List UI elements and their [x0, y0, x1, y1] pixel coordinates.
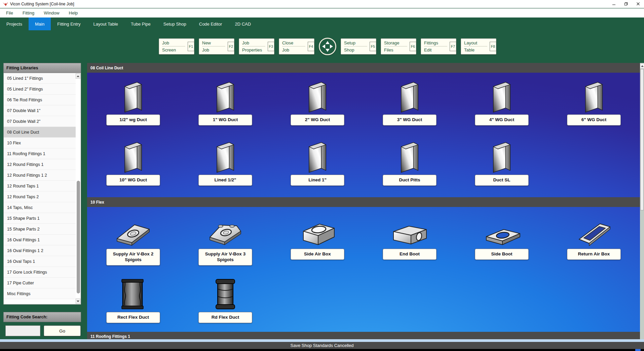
- fitting-label[interactable]: Side Air Box: [291, 249, 344, 260]
- fitting-end-boot[interactable]: End Boot: [364, 211, 456, 266]
- fitting-1-wg-duct[interactable]: 1" WG Duct: [179, 77, 271, 128]
- toolbar-button-label-line2: Table: [464, 47, 487, 52]
- fitting-label[interactable]: 2" WG Duct: [291, 114, 344, 126]
- menu-fitting[interactable]: Fitting: [18, 8, 39, 17]
- sidebar-scrollbar-thumb[interactable]: [77, 181, 80, 293]
- menu-help[interactable]: Help: [64, 8, 83, 17]
- fitting-supply-air-v-box-3-spigots[interactable]: Supply Air V-Box 3 Spigots: [179, 211, 271, 266]
- toolbar-job-screen-button[interactable]: JobScreenF1: [159, 38, 194, 55]
- scroll-up-icon[interactable]: [640, 63, 644, 69]
- toolbar-job-properties-button[interactable]: JobPropertiesF3: [239, 38, 274, 55]
- fitting-4-wg-duct[interactable]: 4" WG Duct: [456, 77, 548, 128]
- fitting-label[interactable]: Duct SL: [475, 175, 529, 186]
- fitting-label[interactable]: Supply Air V-Box 2 Spigots: [106, 249, 160, 266]
- fitting-label[interactable]: Return Air Box: [567, 249, 621, 260]
- fitting-label[interactable]: Rect Flex Duct: [106, 312, 160, 323]
- tab-projects[interactable]: Projects: [0, 17, 29, 30]
- fitting-label[interactable]: Rd Flex Duct: [198, 312, 252, 323]
- fitting-label[interactable]: Supply Air V-Box 3 Spigots: [198, 249, 252, 266]
- close-button[interactable]: [632, 0, 644, 8]
- fitting-label[interactable]: 4" WG Duct: [475, 114, 529, 126]
- tab-layout-table[interactable]: Layout Table: [87, 17, 125, 30]
- library-item-17-gore-lock-fittings[interactable]: 17 Gore Lock Fittings: [4, 267, 76, 278]
- menu-window[interactable]: Window: [39, 8, 64, 17]
- library-item-17-pipe-cutter[interactable]: 17 Pipe Cutter: [4, 278, 76, 288]
- fitting-grid-08-coil-line-duct: 1/2" wg Duct 1" WG Duct 2" WG Duct 3" WG…: [87, 73, 640, 197]
- tab-setup-shop[interactable]: Setup Shop: [157, 17, 193, 30]
- library-item-12-round-taps-1[interactable]: 12 Round Taps 1: [4, 181, 76, 191]
- fitting-label[interactable]: End Boot: [383, 249, 437, 260]
- library-item-06-tie-rod-fittings[interactable]: 06 Tie Rod Fittings: [4, 95, 76, 105]
- statusbar: Save Shop Standards Cancelled: [0, 342, 644, 349]
- minimize-button[interactable]: [608, 0, 620, 8]
- maximize-button[interactable]: [620, 0, 632, 8]
- library-item-12-round-fittings-1[interactable]: 12 Round Fittings 1: [4, 159, 76, 170]
- fitting-label[interactable]: Side Boot: [475, 249, 529, 260]
- tab-code-editor[interactable]: Code Editor: [193, 17, 229, 30]
- library-item-05-lined-1-fittings[interactable]: 05 Lined 1" Fittings: [4, 73, 76, 84]
- toolbar-storage-files-button[interactable]: StorageFilesF6: [381, 38, 416, 55]
- fitting-side-boot[interactable]: Side Boot: [456, 211, 548, 266]
- fitting-rd-flex-duct[interactable]: Rd Flex Duct: [179, 274, 271, 323]
- tab-tube-pipe[interactable]: Tube Pipe: [124, 17, 157, 30]
- toolbar-close-job-button[interactable]: CloseJobF4: [279, 38, 314, 55]
- library-item-08-coil-line-duct[interactable]: 08 Coil Line Duct: [4, 127, 76, 138]
- library-item-14-taps-misc[interactable]: 14 Taps, Misc: [4, 202, 76, 213]
- toolbar-new-job-button[interactable]: NewJobF2: [199, 38, 234, 55]
- scroll-up-icon[interactable]: [76, 73, 80, 79]
- library-item-05-lined-2-fittings[interactable]: 05 Lined 2" Fittings: [4, 84, 76, 95]
- window-vertical-scrollbar[interactable]: [640, 63, 644, 339]
- fitting-2-wg-duct[interactable]: 2" WG Duct: [271, 77, 364, 128]
- library-item-16-oval-taps-1[interactable]: 16 Oval Taps 1: [4, 256, 76, 267]
- fitting-return-air-box[interactable]: Return Air Box: [548, 211, 640, 266]
- library-item-07-double-wall-1[interactable]: 07 Double Wall 1": [4, 105, 76, 116]
- fkey-badge: F1: [188, 42, 194, 51]
- fitting-10-wg-duct[interactable]: 10" WG Duct: [87, 137, 179, 188]
- fitting-supply-air-v-box-2-spigots[interactable]: Supply Air V-Box 2 Spigots: [87, 211, 179, 266]
- library-item-11-roofing-fittings-1[interactable]: 11 Roofing Fittings 1: [4, 148, 76, 159]
- go-button[interactable]: Go: [44, 325, 81, 336]
- fitting-label[interactable]: 6" WG Duct: [567, 114, 621, 126]
- library-item-16-oval-fittings-1-2[interactable]: 16 Oval Fittings 1 2: [4, 245, 76, 256]
- library-item-misc-fittings[interactable]: Misc Fittings: [4, 288, 76, 299]
- scroll-down-icon[interactable]: [76, 299, 80, 304]
- fitting-3-wg-duct[interactable]: 3" WG Duct: [364, 77, 456, 128]
- tab-main[interactable]: Main: [29, 17, 51, 30]
- toolbar-button-label-line1: New: [202, 40, 225, 46]
- fitting-6-wg-duct[interactable]: 6" WG Duct: [548, 77, 640, 128]
- library-item-12-round-taps-2[interactable]: 12 Round Taps 2: [4, 191, 76, 202]
- fitting-1-2-wg-duct[interactable]: 1/2" wg Duct: [87, 77, 179, 128]
- toolbar-setup-shop-button[interactable]: SetupShopF5: [341, 38, 376, 55]
- fitting-code-search-input[interactable]: [5, 325, 40, 336]
- fitting-label[interactable]: Duct Pitts: [383, 175, 437, 186]
- library-item-07-double-wall-2[interactable]: 07 Double Wall 2": [4, 116, 76, 127]
- fitting-label[interactable]: Lined 1/2": [198, 175, 252, 186]
- window-scrollbar-thumb[interactable]: [640, 69, 644, 210]
- horizontal-scrollbar[interactable]: [0, 339, 644, 342]
- fitting-label[interactable]: 1" WG Duct: [198, 114, 252, 126]
- fitting-lined-1-2[interactable]: Lined 1/2": [179, 137, 271, 188]
- fitting-label[interactable]: Lined 1": [291, 175, 344, 186]
- menu-file[interactable]: File: [1, 8, 18, 17]
- library-item-15-shape-parts-2[interactable]: 15 Shape Parts 2: [4, 224, 76, 235]
- toolbar-button-label-line2: Job: [282, 47, 305, 52]
- library-item-15-shape-parts-1[interactable]: 15 Shape Parts 1: [4, 213, 76, 224]
- toolbar-button-label-line1: Layout: [464, 40, 487, 46]
- toolbar-fittings-edit-button[interactable]: FittingsEditF7: [421, 38, 456, 55]
- fitting-side-air-box[interactable]: Side Air Box: [271, 211, 364, 266]
- bottom-blue-indicator: [635, 349, 641, 351]
- tab-fitting-entry[interactable]: Fitting Entry: [51, 17, 87, 30]
- fitting-rect-flex-duct[interactable]: Rect Flex Duct: [87, 274, 179, 323]
- library-item-16-oval-fittings-1[interactable]: 16 Oval Fittings 1: [4, 235, 76, 245]
- tab-2d-cad[interactable]: 2D CAD: [228, 17, 257, 30]
- library-item-12-round-fittings-1-2[interactable]: 12 Round Fittings 1 2: [4, 170, 76, 181]
- fitting-label[interactable]: 10" WG Duct: [106, 175, 160, 186]
- fitting-duct-sl[interactable]: Duct SL: [456, 137, 548, 188]
- fitting-label[interactable]: 1/2" wg Duct: [106, 114, 160, 126]
- fitting-lined-1[interactable]: Lined 1": [271, 137, 364, 188]
- toolbar-layout-table-button[interactable]: LayoutTableF8: [461, 38, 496, 55]
- library-item-10-flex[interactable]: 10 Flex: [4, 138, 76, 148]
- four-way-arrows-icon[interactable]: [319, 38, 336, 55]
- fitting-label[interactable]: 3" WG Duct: [383, 114, 437, 126]
- fitting-duct-pitts[interactable]: Duct Pitts: [364, 137, 456, 188]
